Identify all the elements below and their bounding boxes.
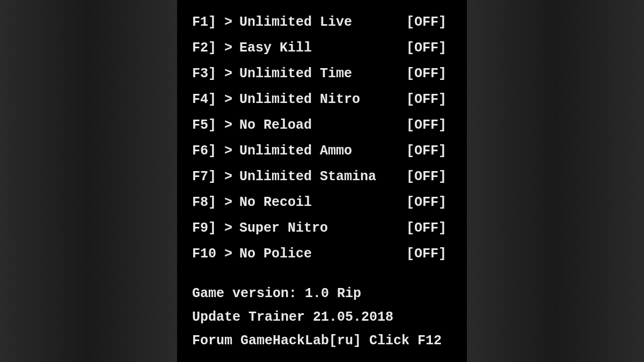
- cheat-name: Easy Kill: [239, 35, 406, 61]
- cheat-name: No Reload: [239, 113, 406, 138]
- cheat-row-unlimited-ammo[interactable]: F6] > Unlimited Ammo [OFF]: [192, 138, 452, 164]
- cheat-key: F6]: [192, 138, 224, 164]
- cheat-name: Unlimited Time: [239, 61, 406, 87]
- cheat-name: No Police: [239, 241, 406, 267]
- cheat-row-unlimited-stamina[interactable]: F7] > Unlimited Stamina [OFF]: [192, 164, 452, 190]
- arrow-icon: >: [224, 87, 239, 113]
- cheat-name: Unlimited Live: [239, 10, 406, 35]
- game-version-label: Game version: 1.0 Rip: [192, 282, 452, 306]
- cheat-name: Unlimited Stamina: [239, 164, 406, 190]
- cheat-list: F1] > Unlimited Live [OFF] F2] > Easy Ki…: [192, 10, 452, 267]
- cheat-row-unlimited-nitro[interactable]: F4] > Unlimited Nitro [OFF]: [192, 87, 452, 113]
- cheat-status: [OFF]: [406, 113, 452, 138]
- arrow-icon: >: [224, 241, 239, 267]
- cheat-key: F8]: [192, 190, 224, 216]
- cheat-status: [OFF]: [406, 216, 452, 241]
- cheat-row-super-nitro[interactable]: F9] > Super Nitro [OFF]: [192, 216, 452, 241]
- forum-label: Forum GameHackLab[ru] Click F12: [192, 329, 452, 353]
- cheat-status: [OFF]: [406, 35, 452, 61]
- cheat-row-no-recoil[interactable]: F8] > No Recoil [OFF]: [192, 190, 452, 216]
- cheat-name: Unlimited Nitro: [239, 87, 406, 113]
- cheat-status: [OFF]: [406, 61, 452, 87]
- cheat-row-unlimited-live[interactable]: F1] > Unlimited Live [OFF]: [192, 10, 452, 35]
- cheat-key: F4]: [192, 87, 224, 113]
- side-panel-left: [0, 0, 177, 362]
- arrow-icon: >: [224, 10, 239, 35]
- arrow-icon: >: [224, 190, 239, 216]
- info-block: Game version: 1.0 Rip Update Trainer 21.…: [192, 282, 452, 353]
- cheat-key: F7]: [192, 164, 224, 190]
- cheat-key: F10: [192, 241, 224, 267]
- arrow-icon: >: [224, 113, 239, 138]
- cheat-status: [OFF]: [406, 241, 452, 267]
- cheat-key: F2]: [192, 35, 224, 61]
- cheat-status: [OFF]: [406, 138, 452, 164]
- cheat-row-no-police[interactable]: F10 > No Police [OFF]: [192, 241, 452, 267]
- cheat-status: [OFF]: [406, 190, 452, 216]
- cheat-name: Super Nitro: [239, 216, 406, 241]
- cheat-name: No Recoil: [239, 190, 406, 216]
- side-panel-right: [467, 0, 644, 362]
- trainer-window: F1] > Unlimited Live [OFF] F2] > Easy Ki…: [177, 0, 467, 362]
- cheat-name: Unlimited Ammo: [239, 138, 406, 164]
- arrow-icon: >: [224, 61, 239, 87]
- arrow-icon: >: [224, 216, 239, 241]
- cheat-status: [OFF]: [406, 87, 452, 113]
- cheat-status: [OFF]: [406, 10, 452, 35]
- cheat-row-easy-kill[interactable]: F2] > Easy Kill [OFF]: [192, 35, 452, 61]
- cheat-row-no-reload[interactable]: F5] > No Reload [OFF]: [192, 113, 452, 138]
- arrow-icon: >: [224, 138, 239, 164]
- cheat-key: F5]: [192, 113, 224, 138]
- cheat-key: F3]: [192, 61, 224, 87]
- cheat-status: [OFF]: [406, 164, 452, 190]
- arrow-icon: >: [224, 164, 239, 190]
- cheat-key: F9]: [192, 216, 224, 241]
- arrow-icon: >: [224, 35, 239, 61]
- update-date-label: Update Trainer 21.05.2018: [192, 306, 452, 329]
- cheat-key: F1]: [192, 10, 224, 35]
- cheat-row-unlimited-time[interactable]: F3] > Unlimited Time [OFF]: [192, 61, 452, 87]
